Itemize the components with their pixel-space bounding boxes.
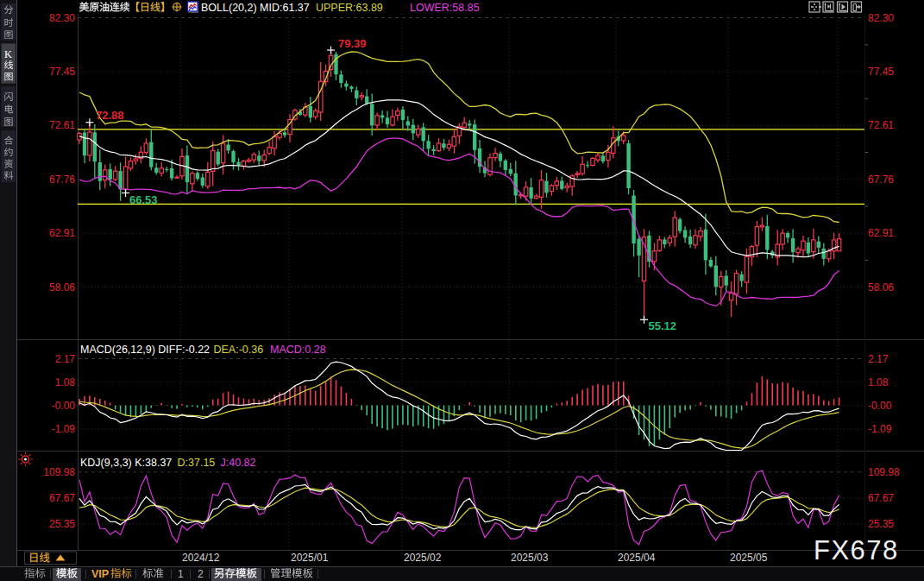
svg-text:82.30: 82.30 — [49, 12, 75, 24]
svg-text:72.88: 72.88 — [96, 109, 124, 122]
svg-text:2025/03: 2025/03 — [511, 552, 549, 564]
svg-text:-0.00: -0.00 — [52, 400, 76, 412]
svg-text:-1.09: -1.09 — [52, 423, 76, 435]
svg-text:MACD(26,12,9) DIFF:-0.22: MACD(26,12,9) DIFF:-0.22 — [80, 344, 210, 356]
svg-text:DEA:-0.36: DEA:-0.36 — [214, 344, 264, 356]
svg-text:2.17: 2.17 — [868, 353, 889, 365]
svg-text:LOWER:58.85: LOWER:58.85 — [410, 2, 480, 14]
svg-text:67.76: 67.76 — [868, 174, 894, 186]
svg-text:K: K — [4, 48, 12, 60]
svg-text:1.08: 1.08 — [55, 376, 76, 388]
svg-text:2025/04: 2025/04 — [618, 552, 656, 564]
svg-text:58.06: 58.06 — [49, 281, 75, 294]
svg-text:58.06: 58.06 — [868, 281, 894, 294]
svg-text:77.45: 77.45 — [868, 66, 894, 78]
svg-text:FX678: FX678 — [814, 535, 899, 565]
svg-text:D:37.15: D:37.15 — [178, 457, 216, 469]
svg-text:25.35: 25.35 — [868, 518, 894, 530]
svg-text:82.30: 82.30 — [868, 12, 894, 24]
svg-text:62.91: 62.91 — [49, 227, 75, 239]
svg-text:25.35: 25.35 — [49, 518, 75, 530]
svg-text:1.08: 1.08 — [868, 376, 889, 388]
svg-text:-1.09: -1.09 — [868, 423, 892, 435]
svg-text:2024/12: 2024/12 — [182, 552, 220, 564]
svg-text:J:40.82: J:40.82 — [221, 457, 256, 469]
svg-text:1: 1 — [178, 568, 184, 580]
svg-text:2025/05: 2025/05 — [730, 552, 768, 564]
svg-text:2025/01: 2025/01 — [291, 552, 329, 564]
svg-text:72.61: 72.61 — [49, 119, 75, 131]
svg-text:79.39: 79.39 — [338, 37, 367, 50]
svg-text:77.45: 77.45 — [49, 66, 75, 78]
svg-text:66.53: 66.53 — [129, 193, 158, 206]
svg-text:2025/02: 2025/02 — [404, 552, 442, 564]
svg-text:2: 2 — [198, 568, 204, 580]
svg-text:55.12: 55.12 — [649, 319, 677, 332]
svg-text:MACD:0.28: MACD:0.28 — [270, 344, 326, 356]
svg-text:UPPER:63.89: UPPER:63.89 — [316, 2, 383, 14]
svg-text:BOLL(20,2) MID:61.37: BOLL(20,2) MID:61.37 — [201, 2, 310, 14]
svg-text:109.98: 109.98 — [43, 466, 75, 478]
svg-text:67.67: 67.67 — [49, 492, 75, 504]
svg-text:72.61: 72.61 — [868, 119, 894, 131]
svg-text:62.91: 62.91 — [868, 227, 894, 239]
svg-text:VIP: VIP — [91, 568, 109, 580]
svg-text:2.17: 2.17 — [55, 353, 76, 365]
svg-text:67.76: 67.76 — [49, 174, 75, 186]
svg-text:-0.00: -0.00 — [868, 400, 892, 412]
svg-text:109.98: 109.98 — [868, 466, 900, 478]
svg-text:67.67: 67.67 — [868, 492, 894, 504]
svg-text:KDJ(9,3,3) K:38.37: KDJ(9,3,3) K:38.37 — [80, 457, 172, 469]
